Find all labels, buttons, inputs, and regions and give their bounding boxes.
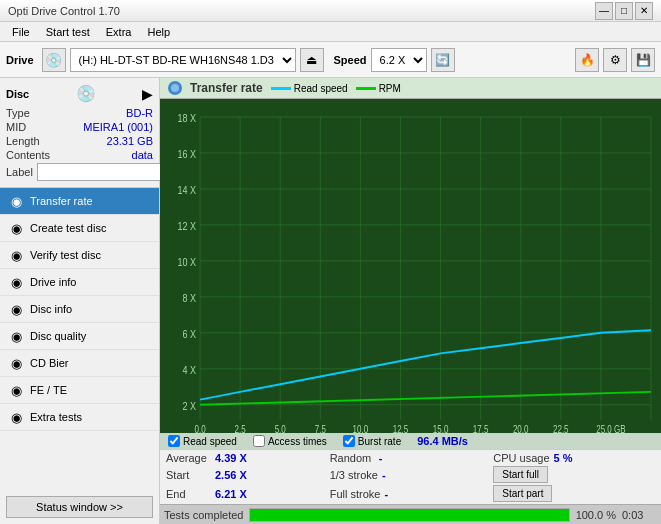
type-label: Type	[6, 107, 30, 119]
svg-text:20.0: 20.0	[513, 424, 529, 433]
stats-bar: Average 4.39 X Random - CPU usage 5 % St…	[160, 449, 661, 504]
disc-type-row: Type BD-R	[6, 107, 153, 119]
stat-cpu-label: CPU usage	[493, 452, 549, 464]
status-window-button[interactable]: Status window >>	[6, 496, 153, 518]
chart-header: Transfer rate Read speed RPM	[160, 78, 661, 99]
chart-legend-bar: Read speed Access times Burst rate 96.4 …	[160, 433, 661, 449]
eject-button[interactable]: ⏏	[300, 48, 324, 72]
verify-test-icon: ◉	[8, 247, 24, 263]
mid-value: MEIRA1 (001)	[83, 121, 153, 133]
svg-text:14 X: 14 X	[178, 184, 197, 196]
chart-title-icon	[168, 81, 182, 95]
svg-text:7.5: 7.5	[315, 424, 326, 433]
sidebar-item-disc-quality[interactable]: ◉ Disc quality	[0, 323, 159, 350]
nav-list: ◉ Transfer rate ◉ Create test disc ◉ Ver…	[0, 188, 159, 431]
svg-text:18 X: 18 X	[178, 112, 197, 124]
speed-label: Speed	[334, 54, 367, 66]
legend-read-label: Read speed	[294, 83, 348, 94]
legend-rpm: RPM	[356, 83, 401, 94]
sidebar-item-fe-te[interactable]: ◉ FE / TE	[0, 377, 159, 404]
stat-start-value: 2.56 X	[215, 469, 255, 481]
stat-end-value: 6.21 X	[215, 488, 255, 500]
svg-text:5.0: 5.0	[275, 424, 286, 433]
nav-label-drive-info: Drive info	[30, 276, 76, 288]
stat-average-row: Average 4.39 X	[166, 452, 328, 464]
legend-check-burst-label: Burst rate	[358, 436, 401, 447]
sidebar-item-extra-tests[interactable]: ◉ Extra tests	[0, 404, 159, 431]
length-label: Length	[6, 135, 40, 147]
disc-contents-row: Contents data	[6, 149, 153, 161]
menu-help[interactable]: Help	[139, 24, 178, 40]
stat-full-stroke-label: Full stroke	[330, 488, 381, 500]
progress-bar-outer	[249, 508, 569, 522]
minimize-button[interactable]: —	[595, 2, 613, 20]
legend-read-speed: Read speed	[271, 83, 348, 94]
svg-text:6 X: 6 X	[183, 328, 197, 340]
sidebar-item-verify-test-disc[interactable]: ◉ Verify test disc	[0, 242, 159, 269]
burn-button[interactable]: 🔥	[575, 48, 599, 72]
svg-text:0.0: 0.0	[195, 424, 206, 433]
nav-label-extra-tests: Extra tests	[30, 411, 82, 423]
legend-check-access-times: Access times	[253, 435, 327, 447]
start-part-button[interactable]: Start part	[493, 485, 552, 502]
svg-text:15.0: 15.0	[433, 424, 449, 433]
stat-cpu-row: CPU usage 5 %	[493, 452, 655, 464]
svg-text:25.0 GB: 25.0 GB	[596, 424, 625, 433]
svg-text:17.5: 17.5	[473, 424, 489, 433]
maximize-button[interactable]: □	[615, 2, 633, 20]
svg-text:10.0: 10.0	[353, 424, 369, 433]
menu-start-test[interactable]: Start test	[38, 24, 98, 40]
chart-container: 18 X 16 X 14 X 12 X 10 X 8 X 6 X 4 X 2 X…	[160, 99, 661, 433]
checkbox-burst-rate[interactable]	[343, 435, 355, 447]
speed-select[interactable]: 6.2 X MAX 4 X 2 X	[371, 48, 427, 72]
disc-arrow-icon[interactable]: ▶	[142, 86, 153, 102]
stat-cpu-value: 5 %	[554, 452, 594, 464]
stat-average-label: Average	[166, 452, 211, 464]
checkbox-read-speed[interactable]	[168, 435, 180, 447]
progress-bar-container: Tests completed 100.0 % 0:03	[160, 504, 661, 524]
sidebar-item-cd-bier[interactable]: ◉ CD Bier	[0, 350, 159, 377]
stat-random-value: -	[379, 452, 419, 464]
sidebar-item-disc-info[interactable]: ◉ Disc info	[0, 296, 159, 323]
disc-length-row: Length 23.31 GB	[6, 135, 153, 147]
stat-end-row: End 6.21 X	[166, 485, 328, 502]
window-title: Opti Drive Control 1.70	[8, 5, 120, 17]
disc-icon: 💿	[76, 84, 96, 103]
nav-label-cd-bier: CD Bier	[30, 357, 69, 369]
window-controls: — □ ✕	[595, 2, 653, 20]
disc-label-row: Label 🔍	[6, 163, 153, 181]
drive-info-icon: ◉	[8, 274, 24, 290]
settings-button[interactable]: ⚙	[603, 48, 627, 72]
svg-text:4 X: 4 X	[183, 364, 197, 376]
stat-full-stroke-value: -	[384, 488, 424, 500]
sidebar-item-transfer-rate[interactable]: ◉ Transfer rate	[0, 188, 159, 215]
disc-info-icon: ◉	[8, 301, 24, 317]
drive-label: Drive	[6, 54, 34, 66]
svg-text:2 X: 2 X	[183, 400, 197, 412]
svg-text:16 X: 16 X	[178, 148, 197, 160]
stat-end-label: End	[166, 488, 211, 500]
transfer-rate-icon: ◉	[8, 193, 24, 209]
drive-select[interactable]: (H:) HL-DT-ST BD-RE WH16NS48 1.D3	[70, 48, 296, 72]
save-button[interactable]: 💾	[631, 48, 655, 72]
checkbox-access-times[interactable]	[253, 435, 265, 447]
extra-tests-icon: ◉	[8, 409, 24, 425]
contents-label: Contents	[6, 149, 50, 161]
start-full-button[interactable]: Start full	[493, 466, 548, 483]
menu-extra[interactable]: Extra	[98, 24, 140, 40]
menu-bar: File Start test Extra Help	[0, 22, 661, 42]
label-label: Label	[6, 166, 33, 178]
sidebar: Disc 💿 ▶ Type BD-R MID MEIRA1 (001) Leng…	[0, 78, 160, 524]
stat-1-3-stroke-row: 1/3 stroke -	[330, 466, 492, 483]
type-value: BD-R	[126, 107, 153, 119]
close-button[interactable]: ✕	[635, 2, 653, 20]
menu-file[interactable]: File	[4, 24, 38, 40]
stat-start-full-row: Start full	[493, 466, 655, 483]
label-input[interactable]	[37, 163, 166, 181]
contents-value: data	[132, 149, 153, 161]
disc-panel: Disc 💿 ▶ Type BD-R MID MEIRA1 (001) Leng…	[0, 78, 159, 188]
sidebar-item-drive-info[interactable]: ◉ Drive info	[0, 269, 159, 296]
sidebar-item-create-test-disc[interactable]: ◉ Create test disc	[0, 215, 159, 242]
chart-title: Transfer rate	[190, 81, 263, 95]
refresh-button[interactable]: 🔄	[431, 48, 455, 72]
